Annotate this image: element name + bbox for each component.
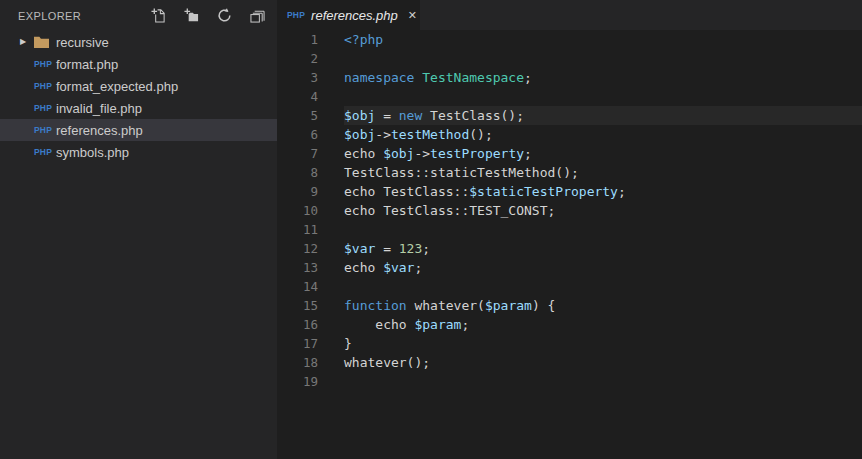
code-line-content <box>344 49 862 68</box>
code-line-content: $var = 123; <box>344 239 862 258</box>
code-line-18[interactable]: 18whatever(); <box>277 353 862 372</box>
tree-item-symbols-php[interactable]: PHPsymbols.php <box>0 141 277 163</box>
close-icon[interactable]: ✕ <box>408 10 417 21</box>
code-line-15[interactable]: 15function whatever($param) { <box>277 296 862 315</box>
explorer-title: EXPLORER <box>18 10 81 22</box>
token-variable: $var <box>344 241 375 256</box>
collapse-all-icon[interactable] <box>249 8 265 24</box>
code-line-content: namespace TestNamespace; <box>344 68 862 87</box>
token-variable: $obj <box>344 127 375 142</box>
token-keyword: new <box>399 108 422 123</box>
code-line-content: function whatever($param) { <box>344 296 862 315</box>
code-line-content: echo TestClass::$staticTestProperty; <box>344 182 862 201</box>
token-plain: whatever( <box>407 298 485 313</box>
token-plain: echo TestClass:: <box>344 184 469 199</box>
file-label: symbols.php <box>56 145 129 160</box>
file-label: references.php <box>56 123 143 138</box>
file-label: format_expected.php <box>56 79 178 94</box>
line-number: 14 <box>277 277 318 296</box>
token-keyword: namespace <box>344 70 414 85</box>
file-label: invalid_file.php <box>56 101 142 116</box>
code-area[interactable]: 1<?php23namespace TestNamespace;45$obj =… <box>277 30 862 459</box>
code-line-content: echo $var; <box>344 258 862 277</box>
line-number: 5 <box>277 106 318 125</box>
line-number: 18 <box>277 353 318 372</box>
php-file-icon: PHP <box>34 103 54 113</box>
code-line-8[interactable]: 8TestClass::staticTestMethod(); <box>277 163 862 182</box>
code-line-2[interactable]: 2 <box>277 49 862 68</box>
file-label: format.php <box>56 57 118 72</box>
code-line-11[interactable]: 11 <box>277 220 862 239</box>
token-variable: testMethod <box>391 127 469 142</box>
code-line-1[interactable]: 1<?php <box>277 30 862 49</box>
code-line-14[interactable]: 14 <box>277 277 862 296</box>
new-file-icon[interactable] <box>150 8 166 24</box>
tree-item-invalid-file-php[interactable]: PHPinvalid_file.php <box>0 97 277 119</box>
code-line-content <box>344 87 862 106</box>
token-keyword: function <box>344 298 407 313</box>
token-plain: (); <box>469 127 492 142</box>
token-variable: $obj <box>344 108 375 123</box>
line-number: 17 <box>277 334 318 353</box>
code-line-content: TestClass::staticTestMethod(); <box>344 163 862 182</box>
code-line-16[interactable]: 16 echo $param; <box>277 315 862 334</box>
token-plain: = <box>375 108 398 123</box>
code-line-12[interactable]: 12$var = 123; <box>277 239 862 258</box>
token-plain: echo <box>344 260 383 275</box>
line-number: 7 <box>277 144 318 163</box>
code-line-7[interactable]: 7echo $obj->testProperty; <box>277 144 862 163</box>
editor-area: PHP references.php ✕ 1<?php23namespace T… <box>277 0 862 459</box>
php-file-icon: PHP <box>34 59 54 69</box>
token-plain: echo <box>344 146 383 161</box>
token-plain: TestClass(); <box>422 108 524 123</box>
token-plain: ; <box>524 70 532 85</box>
code-line-content <box>344 277 862 296</box>
line-number: 13 <box>277 258 318 277</box>
file-tree: ▶recursivePHPformat.phpPHPformat_expecte… <box>0 31 277 459</box>
line-number: 1 <box>277 30 318 49</box>
code-line-5[interactable]: 5$obj = new TestClass(); <box>277 106 862 125</box>
token-variable: $obj <box>383 146 414 161</box>
tab-bar: PHP references.php ✕ <box>277 0 862 30</box>
token-plain: echo <box>344 317 414 332</box>
token-type: TestNamespace <box>422 70 524 85</box>
code-line-17[interactable]: 17} <box>277 334 862 353</box>
token-variable: $staticTestProperty <box>469 184 618 199</box>
tree-item-references-php[interactable]: PHPreferences.php <box>0 119 277 141</box>
line-number: 19 <box>277 372 318 391</box>
php-file-icon: PHP <box>287 10 305 20</box>
code-line-content <box>344 220 862 239</box>
code-line-3[interactable]: 3namespace TestNamespace; <box>277 68 862 87</box>
token-plain: whatever(); <box>344 355 430 370</box>
code-line-content: <?php <box>344 30 862 49</box>
php-file-icon: PHP <box>34 125 54 135</box>
tab-label: references.php <box>311 8 398 23</box>
line-number: 6 <box>277 125 318 144</box>
code-line-9[interactable]: 9echo TestClass::$staticTestProperty; <box>277 182 862 201</box>
vscode-window: EXPLORER <box>0 0 862 459</box>
code-line-6[interactable]: 6$obj->testMethod(); <box>277 125 862 144</box>
token-plain: } <box>344 336 352 351</box>
token-variable: $param <box>414 317 461 332</box>
code-line-19[interactable]: 19 <box>277 372 862 391</box>
line-number: 8 <box>277 163 318 182</box>
tree-item-recursive[interactable]: ▶recursive <box>0 31 277 53</box>
tree-item-format-php[interactable]: PHPformat.php <box>0 53 277 75</box>
token-plain: ; <box>461 317 469 332</box>
token-variable: $param <box>485 298 532 313</box>
code-line-4[interactable]: 4 <box>277 87 862 106</box>
line-number: 4 <box>277 87 318 106</box>
token-plain: TestClass::staticTestMethod(); <box>344 165 579 180</box>
new-folder-icon[interactable] <box>183 8 199 24</box>
refresh-icon[interactable] <box>216 8 232 24</box>
code-line-content: echo TestClass::TEST_CONST; <box>344 201 862 220</box>
chevron-right-icon: ▶ <box>20 31 34 53</box>
code-line-10[interactable]: 10echo TestClass::TEST_CONST; <box>277 201 862 220</box>
code-line-content <box>344 372 862 391</box>
tab-references-php[interactable]: PHP references.php ✕ <box>277 0 420 30</box>
explorer-toolbar <box>150 8 265 24</box>
code-line-content: $obj = new TestClass(); <box>344 106 862 125</box>
explorer-sidebar: EXPLORER <box>0 0 277 459</box>
code-line-13[interactable]: 13echo $var; <box>277 258 862 277</box>
tree-item-format-expected-php[interactable]: PHPformat_expected.php <box>0 75 277 97</box>
